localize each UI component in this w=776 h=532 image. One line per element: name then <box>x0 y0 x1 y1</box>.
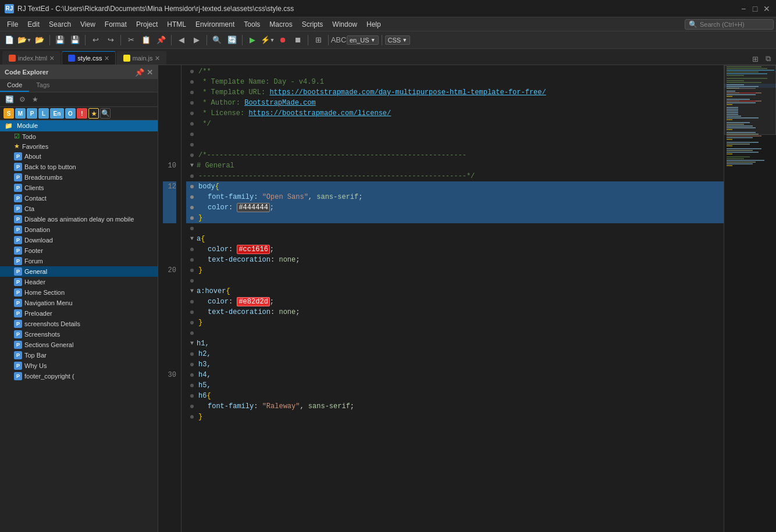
ce-tab-tags[interactable]: Tags <box>29 79 56 92</box>
menu-tools[interactable]: Tools <box>239 19 265 30</box>
ce-add-button[interactable]: ★ <box>29 94 41 105</box>
window-controls[interactable]: − □ ✕ <box>739 4 771 13</box>
find-button[interactable]: 🔍 <box>210 33 224 47</box>
redo-button[interactable]: ↪ <box>104 33 118 47</box>
tree-item-back-to-top[interactable]: P Back to top button <box>0 162 158 172</box>
type-dropdown[interactable]: CSS▼ <box>385 35 411 45</box>
menu-view[interactable]: View <box>76 19 100 30</box>
tab-index-html[interactable]: index.html × <box>2 51 60 65</box>
tree-item-top-bar[interactable]: P Top Bar <box>0 350 158 360</box>
language-dropdown[interactable]: en_US▼ <box>347 35 379 45</box>
open-dropdown[interactable]: 📂▼ <box>17 33 31 47</box>
spell-check[interactable]: ABC <box>332 33 346 47</box>
pin-button[interactable]: 📌 <box>135 68 144 77</box>
fold-indicator[interactable]: ▼ <box>188 340 195 347</box>
next-nav-button[interactable]: ▶ <box>190 33 204 47</box>
p-icon: P <box>14 184 22 192</box>
filter-error[interactable]: ! <box>77 108 87 119</box>
menu-search[interactable]: Search <box>44 19 76 30</box>
fold-indicator[interactable]: ▼ <box>188 288 195 295</box>
tree-item-footer-copyright[interactable]: P footer_copyright ( <box>0 371 158 381</box>
menu-format[interactable]: Format <box>100 19 131 30</box>
menu-edit[interactable]: Edit <box>23 19 44 30</box>
tree-item-navigation-menu[interactable]: P Navigation Menu <box>0 298 158 308</box>
tree-item-general[interactable]: P General <box>0 266 158 277</box>
tree-item-screenshots[interactable]: P Screenshots <box>0 329 158 340</box>
new-button[interactable]: 📄 <box>2 33 16 47</box>
filter-m[interactable]: M <box>15 108 26 119</box>
close-button[interactable]: ✕ <box>762 4 771 13</box>
filter-s[interactable]: S <box>3 108 14 119</box>
paste-button[interactable]: 📌 <box>154 33 168 47</box>
ce-refresh-button[interactable]: 🔄 <box>3 94 15 105</box>
tree-item-footer[interactable]: P Footer <box>0 245 158 256</box>
module-item[interactable]: 📁 Module <box>0 120 158 131</box>
record-button[interactable]: ⏺ <box>276 33 290 47</box>
cut-button[interactable]: ✂ <box>124 33 138 47</box>
stop-button[interactable]: ⏹ <box>291 33 305 47</box>
tree-label-header: Header <box>24 279 45 285</box>
fold-indicator[interactable]: ▼ <box>188 162 195 169</box>
tab-close-main-js[interactable]: × <box>155 54 160 62</box>
tree-item-disable-aos[interactable]: P Disable aos animation delay on mobile <box>0 214 158 224</box>
tree-item-todo[interactable]: ☑ Todo <box>0 131 158 141</box>
maximize-button[interactable]: □ <box>750 4 760 13</box>
menu-html[interactable]: HTML <box>162 19 191 30</box>
menu-environment[interactable]: Environment <box>191 19 239 30</box>
tree-item-header[interactable]: P Header <box>0 277 158 287</box>
tree-item-forum[interactable]: P Forum <box>0 256 158 266</box>
tree-item-sections-general[interactable]: P Sections General <box>0 340 158 350</box>
tab-split-button[interactable]: ⧉ <box>762 53 774 65</box>
menu-file[interactable]: File <box>2 19 23 30</box>
ce-tab-code[interactable]: Code <box>0 79 29 92</box>
global-search-box[interactable]: 🔍 <box>685 19 774 30</box>
filter-search[interactable]: 🔍 <box>100 108 111 119</box>
save-all-button[interactable]: 💾 <box>68 33 82 47</box>
copy-button[interactable]: 📋 <box>139 33 153 47</box>
filter-favorites[interactable]: ★ <box>88 108 99 119</box>
tree-item-why-us[interactable]: P Why Us <box>0 360 158 371</box>
tree-item-favorites[interactable]: ★ Favorites <box>0 141 158 151</box>
filter-en[interactable]: En <box>50 108 64 119</box>
tree-item-clients[interactable]: P Clients <box>0 183 158 193</box>
build-dropdown[interactable]: ⚡▼ <box>261 33 275 47</box>
tab-list-button[interactable]: ⊞ <box>749 53 761 65</box>
save-button[interactable]: 💾 <box>53 33 67 47</box>
tab-close-index-html[interactable]: × <box>49 54 54 62</box>
ce-settings-button[interactable]: ⚙ <box>16 94 28 105</box>
fold-indicator[interactable]: ▼ <box>188 235 195 242</box>
tree-item-about[interactable]: P About <box>0 151 158 162</box>
tree-item-cta[interactable]: P Cta <box>0 203 158 214</box>
code-editor[interactable]: /** * Template Name: Day - v4.9.1 * Temp… <box>181 65 724 532</box>
menu-project[interactable]: Project <box>131 19 162 30</box>
tree-item-screenshots-details[interactable]: P screenshots Details <box>0 319 158 329</box>
menu-scripts[interactable]: Scripts <box>297 19 328 30</box>
filter-l[interactable]: L <box>38 108 49 119</box>
p-icon: P <box>14 267 22 276</box>
open-button[interactable]: 📂 <box>33 33 47 47</box>
minimap-viewport[interactable] <box>724 65 776 135</box>
tree-item-preloader[interactable]: P Preloader <box>0 308 158 319</box>
ce-header-actions: 📌 ✕ <box>135 68 153 77</box>
undo-button[interactable]: ↩ <box>88 33 102 47</box>
minimize-button[interactable]: − <box>739 4 748 13</box>
tree-item-download[interactable]: P Download <box>0 235 158 245</box>
tab-main-js[interactable]: main.js × <box>117 51 166 65</box>
tab-close-style-css[interactable]: × <box>105 54 109 62</box>
menu-help[interactable]: Help <box>362 19 386 30</box>
run-button[interactable]: ▶ <box>245 33 259 47</box>
filter-p[interactable]: P <box>27 108 37 119</box>
tab-style-css[interactable]: style.css × <box>62 51 115 65</box>
menu-window[interactable]: Window <box>328 19 362 30</box>
filter-o[interactable]: O <box>65 108 76 119</box>
tree-item-breadcrumbs[interactable]: P Breadcrumbs <box>0 172 158 183</box>
prev-nav-button[interactable]: ◀ <box>175 33 188 47</box>
menu-macros[interactable]: Macros <box>265 19 297 30</box>
tree-item-home-section[interactable]: P Home Section <box>0 287 158 298</box>
global-search-input[interactable] <box>700 21 770 28</box>
tree-item-donation[interactable]: P Donation <box>0 224 158 235</box>
find-replace-button[interactable]: 🔄 <box>225 33 239 47</box>
grid-button[interactable]: ⊞ <box>311 33 325 47</box>
close-panel-button[interactable]: ✕ <box>147 68 153 77</box>
tree-item-contact[interactable]: P Contact <box>0 193 158 203</box>
